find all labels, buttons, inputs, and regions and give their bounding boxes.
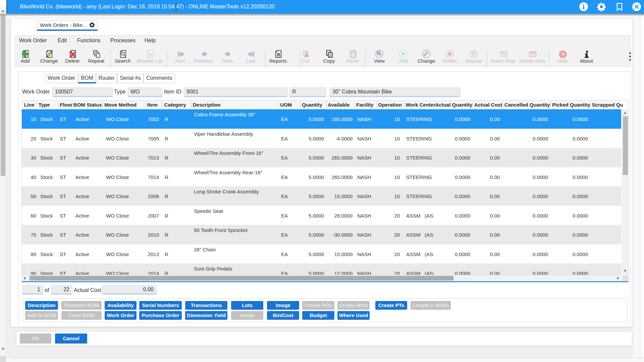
svg-text:B: B <box>149 52 152 57</box>
svg-text:?: ? <box>561 52 565 57</box>
